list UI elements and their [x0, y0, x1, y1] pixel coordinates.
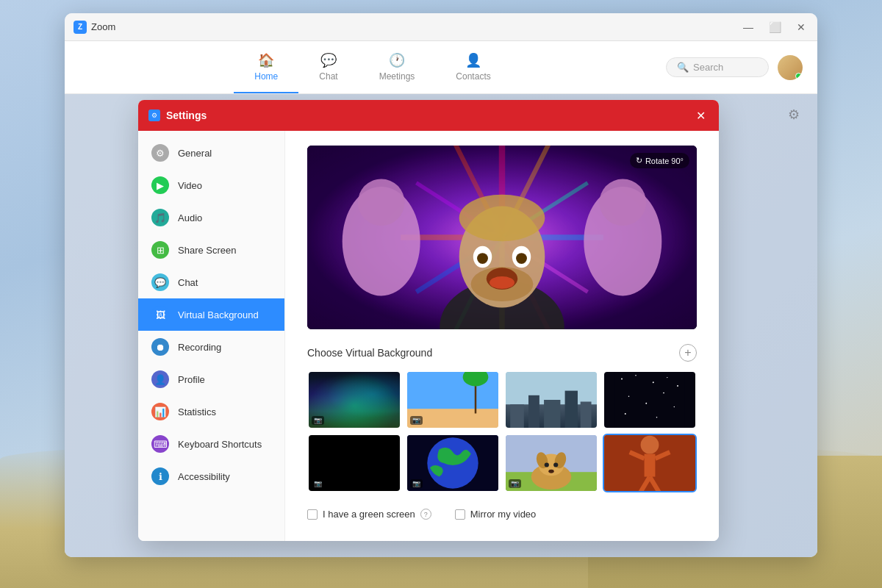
meetings-icon: 🕐: [389, 52, 405, 68]
tab-contacts[interactable]: 👤 Contacts: [435, 41, 511, 93]
top-nav: 🏠 Home 💬 Chat 🕐 Meetings 👤 Contacts 🔍 Se…: [65, 41, 817, 94]
svg-point-26: [490, 276, 514, 289]
svg-rect-62: [645, 454, 656, 477]
tab-home[interactable]: 🏠 Home: [234, 41, 298, 93]
svg-point-23: [477, 253, 488, 264]
sidebar-item-chat[interactable]: 💬 Chat: [138, 266, 284, 298]
city-bg: [506, 372, 597, 428]
rotate-label: Rotate 90°: [645, 157, 684, 165]
tab-contacts-label: Contacts: [456, 71, 490, 82]
thumbnail-earth[interactable]: 📷: [406, 434, 500, 492]
svg-point-19: [459, 195, 545, 242]
bear-bg: [604, 435, 695, 491]
close-button[interactable]: ✕: [794, 20, 808, 35]
virtual-background-icon: 🖼: [151, 306, 169, 323]
thumbnail-black[interactable]: 📷: [307, 434, 401, 492]
mirror-checkbox[interactable]: [455, 509, 465, 520]
rotate-button[interactable]: ↻ Rotate 90°: [630, 153, 689, 168]
settings-modal: ⚙ Settings ✕ ⚙ General ▶ Video: [138, 100, 719, 541]
svg-rect-36: [581, 401, 592, 428]
space-svg: [604, 372, 695, 428]
svg-point-45: [663, 392, 664, 394]
cam-icon-dog: 📷: [509, 479, 521, 488]
svg-rect-32: [510, 404, 524, 428]
thumbnail-bear[interactable]: [603, 434, 697, 492]
settings-header: ⚙ Settings ✕: [138, 100, 719, 131]
svg-rect-35: [565, 391, 578, 428]
city-svg: [506, 372, 597, 428]
sidebar-item-share-screen[interactable]: ⊞ Share Screen: [138, 234, 284, 266]
sidebar-keyboard-label: Keyboard Shortcuts: [178, 439, 262, 450]
svg-point-43: [628, 395, 630, 397]
thumbnail-space[interactable]: [603, 370, 697, 429]
cam-icon-aurora: 📷: [312, 416, 324, 425]
maximize-button[interactable]: ⬜: [767, 20, 782, 35]
svg-point-58: [553, 462, 558, 467]
tab-chat[interactable]: 💬 Chat: [298, 41, 358, 93]
add-background-button[interactable]: +: [679, 344, 697, 362]
share-screen-icon: ⊞: [151, 241, 169, 259]
settings-header-icon: ⚙: [148, 110, 160, 121]
svg-point-42: [677, 385, 678, 387]
settings-title: Settings: [166, 110, 692, 121]
sidebar-audio-label: Audio: [178, 212, 202, 223]
audio-icon: 🎵: [151, 209, 169, 226]
sidebar-item-statistics[interactable]: 📊 Statistics: [138, 395, 284, 428]
statistics-icon: 📊: [151, 403, 169, 420]
svg-point-44: [645, 403, 647, 404]
svg-rect-31: [506, 372, 597, 404]
sidebar-item-profile[interactable]: 👤 Profile: [138, 363, 284, 395]
user-avatar[interactable]: [778, 55, 803, 80]
tab-meetings[interactable]: 🕐 Meetings: [359, 41, 436, 93]
sidebar-item-general[interactable]: ⚙ General: [138, 137, 284, 169]
mirror-video-option[interactable]: Mirror my video: [455, 509, 537, 520]
sidebar-item-accessibility[interactable]: ℹ Accessibility: [138, 460, 284, 492]
svg-point-24: [516, 253, 527, 264]
sidebar-item-recording[interactable]: ⏺ Recording: [138, 331, 284, 363]
video-icon: ▶: [151, 176, 169, 194]
green-screen-checkbox[interactable]: [307, 509, 318, 520]
settings-content: ↻ Rotate 90° Choose Virtual Background +: [285, 131, 719, 541]
choose-vbg-label: Choose Virtual Background: [307, 347, 432, 359]
sidebar-item-audio[interactable]: 🎵 Audio: [138, 201, 284, 234]
svg-point-38: [621, 379, 623, 380]
main-area: ⚙ ⚙ Settings ✕ ⚙ General ▶: [65, 94, 817, 557]
sidebar-share-label: Share Screen: [178, 245, 237, 256]
app-icon: Z: [74, 21, 87, 34]
minimize-button[interactable]: —: [741, 20, 756, 35]
svg-point-61: [641, 436, 659, 454]
svg-rect-37: [615, 372, 685, 428]
svg-point-59: [548, 470, 553, 473]
tab-meetings-label: Meetings: [379, 71, 415, 82]
thumbnails-grid: 📷 📷: [307, 370, 697, 492]
thumbnail-dog[interactable]: 📷: [504, 434, 598, 492]
window-controls: — ⬜ ✕: [741, 20, 808, 35]
settings-body: ⚙ General ▶ Video 🎵 Audio ⊞ Share Screen: [138, 131, 719, 541]
app-title: Zoom: [91, 21, 741, 32]
settings-close-button[interactable]: ✕: [692, 107, 709, 123]
search-bar[interactable]: 🔍 Search: [666, 57, 769, 77]
space-bg: [604, 372, 695, 428]
options-row: I have a green screen ? Mirror my video: [307, 509, 697, 520]
sidebar-item-keyboard-shortcuts[interactable]: ⌨ Keyboard Shortcuts: [138, 428, 284, 460]
app-window: Z Zoom — ⬜ ✕ 🏠 Home 💬 Chat 🕐 Meetings 👤: [65, 13, 817, 557]
green-screen-option[interactable]: I have a green screen ?: [307, 509, 431, 520]
cam-icon-earth: 📷: [410, 479, 423, 488]
sidebar-item-video[interactable]: ▶ Video: [138, 169, 284, 201]
accessibility-icon: ℹ: [151, 467, 169, 485]
thumbnail-city[interactable]: [504, 370, 598, 429]
thumbnail-aurora[interactable]: 📷: [307, 370, 401, 429]
settings-sidebar: ⚙ General ▶ Video 🎵 Audio ⊞ Share Screen: [138, 131, 285, 541]
search-icon: 🔍: [677, 62, 689, 73]
green-screen-help-icon[interactable]: ?: [420, 509, 431, 520]
sidebar-chat-label: Chat: [178, 277, 198, 288]
recording-icon: ⏺: [151, 338, 169, 356]
svg-point-46: [674, 406, 675, 407]
sidebar-item-virtual-background[interactable]: 🖼 Virtual Background: [138, 298, 284, 331]
sidebar-vbg-label: Virtual Background: [178, 309, 259, 320]
thumbnail-beach[interactable]: 📷: [406, 370, 500, 429]
profile-icon: 👤: [151, 370, 169, 388]
sidebar-statistics-label: Statistics: [178, 406, 216, 417]
sidebar-general-label: General: [178, 148, 212, 159]
tab-home-label: Home: [254, 71, 278, 82]
